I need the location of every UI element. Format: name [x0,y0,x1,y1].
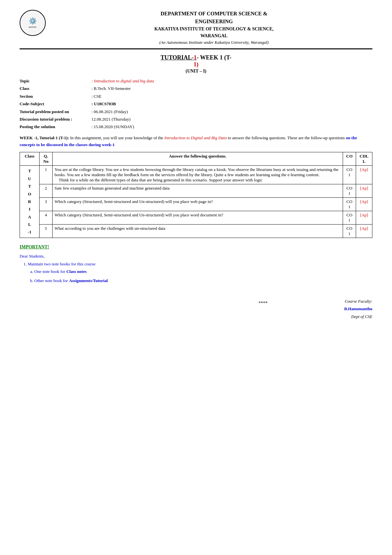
qno-cell-3: 3 [40,198,53,211]
section-label: Section [20,92,91,100]
intro-italic: Introduction to Digital and Big Data [164,135,227,140]
header-co: CO [343,152,356,166]
institute-line2: WARANGAL [200,33,227,38]
qno-cell-4: 4 [40,211,53,225]
table-row: TUTORIAL-1 1 You are at the college libr… [20,166,372,184]
dear-students: Dear Students, Maintain two note books f… [20,252,372,284]
header-cdl: CDLL [356,152,372,166]
important-item-1a: One note book for Class notes [34,268,372,275]
qno-cell-2: 2 [40,184,53,198]
info-row-posting: Posting the solution : 15.08.2020 (SUNDA… [20,123,372,130]
course-faculty-label: Course Faculty: [345,299,372,304]
info-row-posted: Tutorial problem posted on : 06.08.2021 … [20,108,372,115]
info-row-class: Class : B.Tech. VII-Semester [20,85,372,92]
logo-box: ⚙️ KITSW [20,10,49,36]
dear-text: Dear Students, [20,252,372,260]
point1b-prefix: Other note book for [34,278,69,283]
answer-cell-2: Sate few examples of human generated and… [53,184,343,198]
cdl-cell-2: [Ap] [356,184,372,198]
discussion-value: 12.08.2021 (Thursday) [91,115,372,123]
co-cell-5: CO1 [343,225,356,238]
table-row: 3 Which category (Structured, Semi-struc… [20,198,372,211]
point1-text: Maintain two note books for this course [28,261,95,266]
autonomous-text: (An Autonomous Institute under Kakatiya … [56,40,372,45]
info-row-section: Section : CSE [20,92,372,100]
important-heading: IMPORTANT! [20,244,372,250]
table-row: 2 Sate few examples of human generated a… [20,184,372,198]
class-label-text: TUTORIAL-1 [22,167,37,236]
logo-inner: ⚙️ KITSW [29,17,37,29]
header-divider [20,48,372,49]
logo-text: KITSW [29,26,37,28]
class-value: : B.Tech. VII-Semester [91,85,372,92]
tutorial-heading: TUTORIAL-1- WEEK 1 (T- 1) (UNIT – I) [20,54,372,74]
info-row-discussion: Discussion tutorial problem : 12.08.2021… [20,115,372,123]
info-row-topic: Topic : Introduction to digital and big … [20,77,372,85]
class-label: Class [20,85,91,92]
code-label: Code-Subject [20,100,91,108]
questions-table: Class Q.No Answer the following question… [20,152,372,238]
co-cell-1: CO1 [343,166,356,184]
posting-value: : 15.08.2020 (SUNDAY) [91,123,372,130]
cdl-cell-5: [Ap] [356,225,372,238]
posted-value: : 06.08.2021 (Friday) [91,108,372,115]
intro-text1: In this assignment, you will use your kn… [70,135,164,140]
answer-cell-4: Which category (Structured, Semi-structu… [53,211,343,225]
co-cell-3: CO1 [343,198,356,211]
intro-paragraph: WEEK -1, Tutorial-1 (T-1): In this assig… [20,135,372,148]
info-row-code: Code-Subject : U18CS703B [20,100,372,108]
dept-title: DEPARTMENT OF COMPUTER SCIENCE & ENGINEE… [56,10,372,25]
code-value: : U18CS703B [91,100,372,108]
important-item-1b: Other note book for Assignments/Tutorial [34,277,372,284]
header-answer: Answer the following questions. [53,152,343,166]
important-item-1: Maintain two note books for this course … [28,260,372,284]
footer-section: **** Course Faculty: B.Hanumanthu Dept o… [20,297,372,320]
faculty-name: B.Hanumanthu [344,306,372,311]
qno-cell-5: 5 [40,225,53,238]
tutorial-line2: 1) [20,61,372,68]
point1a-prefix: One note book for [34,269,66,274]
header-qno: Q.No [40,152,53,166]
header-text: DEPARTMENT OF COMPUTER SCIENCE & ENGINEE… [56,10,372,45]
table-row: 4 Which category (Structured, Semi-struc… [20,211,372,225]
logo-circle: ⚙️ KITSW [20,10,46,36]
answer-cell-5: What according to you are the challenges… [53,225,343,238]
dept-text: Dept of CSE [351,314,372,319]
tutorial-suffix: - WEEK 1 (T- [197,54,232,61]
important-list: Maintain two note books for this course … [28,260,372,284]
topic-label: Topic [20,77,91,85]
point1b-bold: Assignments/Tutorial [69,278,108,283]
institute-title: KAKATIYA INSTITUTE OF TECHNOLOGY & SCIEN… [56,25,372,39]
important-sublist: One note book for Class notes Other note… [34,268,372,284]
header: ⚙️ KITSW DEPARTMENT OF COMPUTER SCIENCE … [20,10,372,45]
point1a-bold: Class notes [66,269,87,274]
cdl-cell-1: [Ap] [356,166,372,184]
tutorial-num: 1 [194,54,197,61]
qno-cell-1: 1 [40,166,53,184]
table-row: 5 What according to you are the challeng… [20,225,372,238]
answer-cell-1: You are at the college library. You see … [53,166,343,184]
co-cell-4: CO1 [343,211,356,225]
cdl-cell-4: [Ap] [356,211,372,225]
cdl-cell-3: [Ap] [356,198,372,211]
co-cell-2: CO1 [343,184,356,198]
topic-value: : Introduction to digital and big data [91,77,372,85]
section-value: : CSE [91,92,372,100]
posted-label: Tutorial problem posted on [20,108,91,115]
class-cell: TUTORIAL-1 [20,166,40,238]
tutorial-line1: TUTORIAL-1- WEEK 1 (T- [20,54,372,61]
tutorial-prefix: TUTORIAL-1 [160,54,197,61]
table-header-row: Class Q.No Answer the following question… [20,152,372,166]
intro-text2: to answer the following questions. These… [228,135,346,140]
posting-label: Posting the solution [20,123,91,130]
tutorial-unit: (UNIT – I) [20,69,372,74]
answer-cell-3: Which category (Structured, Semi-structu… [53,198,343,211]
important-section: IMPORTANT! Dear Students, Maintain two n… [20,244,372,284]
info-table: Topic : Introduction to digital and big … [20,77,372,131]
discussion-label: Discussion tutorial problem : [20,115,91,123]
logo-emblem: ⚙️ [29,17,37,25]
header-class: Class [20,152,40,166]
dept-line1: DEPARTMENT OF COMPUTER SCIENCE & [160,11,267,16]
institute-line1: KAKATIYA INSTITUTE OF TECHNOLOGY & SCIEN… [154,26,273,31]
dept-line2: ENGINEERING [195,19,233,24]
